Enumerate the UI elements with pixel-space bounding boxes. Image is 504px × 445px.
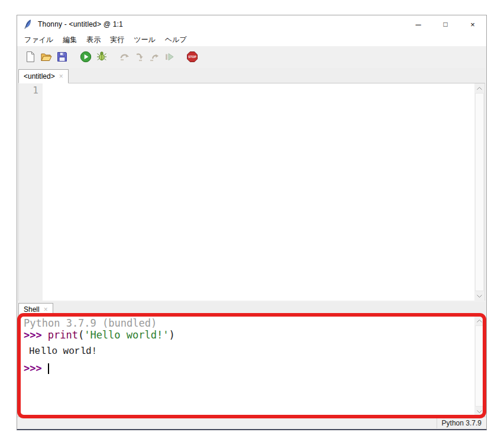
step-over-icon <box>119 51 131 63</box>
shell-output-line: Hello world! <box>29 346 474 357</box>
resume-icon <box>163 51 175 63</box>
open-file-button[interactable] <box>38 49 53 64</box>
shell-current-prompt: >>> <box>24 362 42 374</box>
shell-tab-bar: Shell × <box>18 302 485 316</box>
resume-button[interactable] <box>161 49 176 64</box>
window-controls: ─ □ × <box>405 15 486 33</box>
interpreter-version[interactable]: Python 3.7.9 <box>437 418 486 428</box>
menu-help[interactable]: ヘルプ <box>160 34 192 46</box>
menu-file[interactable]: ファイル <box>20 34 58 46</box>
scroll-up-icon[interactable] <box>474 83 484 93</box>
tab-untitled[interactable]: <untitled> × <box>18 69 69 83</box>
new-file-button[interactable] <box>22 49 37 64</box>
run-button[interactable] <box>78 49 93 64</box>
step-out-icon <box>148 51 160 63</box>
editor-scrollbar[interactable] <box>474 83 484 301</box>
shell-scrollbar[interactable] <box>474 316 484 416</box>
minimize-button[interactable]: ─ <box>405 15 432 33</box>
code-editor[interactable]: 1 <box>18 83 485 301</box>
status-bar: Python 3.7.9 <box>17 417 486 429</box>
shell-tab-close-icon[interactable]: × <box>44 305 48 314</box>
run-icon <box>80 51 92 63</box>
stop-sign-icon: STOP <box>186 51 198 63</box>
tab-shell[interactable]: Shell × <box>18 303 53 316</box>
token-string: 'Hello world!' <box>84 329 169 341</box>
menu-tools[interactable]: ツール <box>129 34 160 46</box>
stop-button[interactable]: STOP <box>185 49 199 64</box>
debug-button[interactable] <box>94 49 109 64</box>
open-file-icon <box>40 51 52 63</box>
scroll-down-icon[interactable] <box>474 291 484 301</box>
tab-untitled-label: <untitled> <box>24 72 55 80</box>
thonny-feather-icon <box>23 20 33 29</box>
menu-view[interactable]: 表示 <box>82 34 105 46</box>
editor-scroll-track[interactable] <box>475 93 484 291</box>
step-into-icon <box>134 51 146 63</box>
shell-input-line[interactable]: >>> <box>24 362 474 374</box>
shell-scroll-down-icon[interactable] <box>474 407 484 416</box>
debug-bug-icon <box>96 51 108 63</box>
shell-prompt: >>> <box>24 329 42 341</box>
code-area[interactable] <box>43 83 474 301</box>
step-out-button[interactable] <box>147 49 161 64</box>
token-close-paren: ) <box>169 329 175 341</box>
shell-text[interactable]: Python 3.7.9 (bundled) >>>print('Hello w… <box>19 316 474 416</box>
new-file-icon <box>24 51 36 63</box>
save-file-icon <box>56 51 68 63</box>
token-open-paren: ( <box>78 329 84 341</box>
shell-scroll-up-icon[interactable] <box>474 316 484 325</box>
line-number-gutter: 1 <box>19 83 43 301</box>
step-into-button[interactable] <box>132 49 147 64</box>
tab-shell-label: Shell <box>24 305 40 314</box>
stop-label: STOP <box>188 55 196 59</box>
window-title: Thonny - <untitled> @ 1:1 <box>38 20 123 28</box>
menu-bar: ファイル 編集 表示 実行 ツール ヘルプ <box>17 33 486 46</box>
close-button[interactable]: × <box>459 15 486 33</box>
shell-welcome-line: Python 3.7.9 (bundled) <box>24 317 474 329</box>
maximize-button[interactable]: □ <box>432 15 459 33</box>
save-file-button[interactable] <box>54 49 69 64</box>
menu-edit[interactable]: 編集 <box>58 34 82 46</box>
text-cursor <box>48 363 49 374</box>
token-print: print <box>48 329 78 341</box>
shell-command-line: >>>print('Hello world!') <box>24 329 474 341</box>
line-number: 1 <box>33 85 38 96</box>
step-over-button[interactable] <box>117 49 132 64</box>
toolbar: STOP <box>17 46 486 67</box>
shell-scroll-track[interactable] <box>475 325 484 407</box>
title-bar[interactable]: Thonny - <untitled> @ 1:1 ─ □ × <box>17 15 486 33</box>
thonny-window: Thonny - <untitled> @ 1:1 ─ □ × ファイル 編集 … <box>17 15 487 430</box>
main-area: <untitled> × 1 <box>17 67 486 417</box>
menu-run[interactable]: 実行 <box>105 34 129 46</box>
editor-tab-bar: <untitled> × <box>18 68 485 83</box>
tab-close-icon[interactable]: × <box>59 72 63 80</box>
shell-panel[interactable]: Python 3.7.9 (bundled) >>>print('Hello w… <box>18 316 485 417</box>
